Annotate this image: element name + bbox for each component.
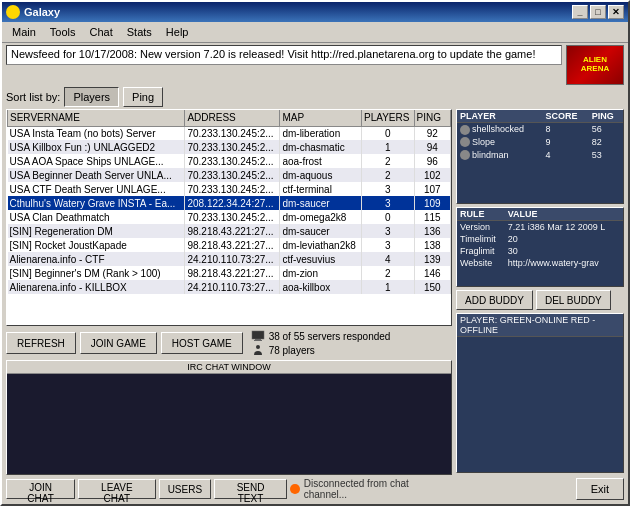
menu-tools[interactable]: Tools	[44, 24, 82, 40]
server-players-cell: 3	[362, 182, 414, 196]
close-button[interactable]: ✕	[608, 5, 624, 19]
server-map-cell: dm-leviathan2k8	[280, 238, 362, 252]
player-score-cell: 9	[542, 136, 588, 149]
sort-players-button[interactable]: Players	[64, 87, 119, 107]
table-row[interactable]: USA Beginner Death Server UNLA... 70.233…	[8, 168, 451, 182]
col-header-score: SCORE	[542, 110, 588, 123]
rule-value-cell: 30	[505, 245, 623, 257]
table-row[interactable]: Alienarena.info - KILLBOX 24.210.110.73:…	[8, 280, 451, 294]
server-name-cell: [SIN] Regeneration DM	[8, 224, 185, 238]
server-address-cell: 70.233.130.245:2...	[185, 126, 280, 140]
server-ping-cell: 115	[414, 210, 450, 224]
rules-table-body: Version 7.21 i386 Mar 12 2009 L Timelimi…	[457, 221, 623, 270]
menu-main[interactable]: Main	[6, 24, 42, 40]
server-name-cell: [SIN] Rocket JoustKapade	[8, 238, 185, 252]
add-buddy-button[interactable]: ADD BUDDY	[456, 290, 533, 310]
server-map-cell: dm-chasmatic	[280, 140, 362, 154]
left-panel: SERVERNAME ADDRESS MAP PLAYERS PING USA …	[6, 109, 452, 502]
table-row[interactable]: Alienarena.info - CTF 24.210.110.73:27..…	[8, 252, 451, 266]
player-ping-cell: 82	[589, 136, 623, 149]
table-row[interactable]: USA CTF Death Server UNLAGE... 70.233.13…	[8, 182, 451, 196]
sort-ping-button[interactable]: Ping	[123, 87, 163, 107]
server-players-cell: 0	[362, 210, 414, 224]
irc-window: IRC CHAT WINDOW	[6, 360, 452, 475]
table-row[interactable]: USA Clan Deathmatch 70.233.130.245:2... …	[8, 210, 451, 224]
server-address-cell: 70.233.130.245:2...	[185, 154, 280, 168]
rule-value-cell: 7.21 i386 Mar 12 2009 L	[505, 221, 623, 234]
server-players-cell: 1	[362, 140, 414, 154]
title-buttons: _ □ ✕	[572, 5, 624, 19]
menu-chat[interactable]: Chat	[84, 24, 119, 40]
menu-stats[interactable]: Stats	[121, 24, 158, 40]
buddy-actions: ADD BUDDY DEL BUDDY	[456, 290, 624, 310]
server-map-cell: dm-omega2k8	[280, 210, 362, 224]
list-item: Website http://www.watery-grav	[457, 257, 623, 269]
newsfeed-box: Newsfeed for 10/17/2008: New version 7.2…	[6, 45, 562, 65]
irc-content	[7, 374, 451, 474]
col-header-value: VALUE	[505, 208, 623, 221]
server-address-cell: 98.218.43.221:27...	[185, 266, 280, 280]
server-address-cell: 70.233.130.245:2...	[185, 182, 280, 196]
table-row[interactable]: USA Killbox Fun :) UNLAGGED2 70.233.130.…	[8, 140, 451, 154]
server-map-cell: dm-saucer	[280, 224, 362, 238]
player-ping-cell: 56	[589, 123, 623, 136]
server-players-cell: 0	[362, 126, 414, 140]
server-address-cell: 24.210.110.73:27...	[185, 252, 280, 266]
rule-name-cell: Timelimit	[457, 233, 505, 245]
server-map-cell: ctf-vesuvius	[280, 252, 362, 266]
server-players-cell: 3	[362, 196, 414, 210]
users-button[interactable]: USERS	[159, 479, 211, 499]
server-map-cell: ctf-terminal	[280, 182, 362, 196]
server-name-cell: USA Clan Deathmatch	[8, 210, 185, 224]
servers-responded-text: 38 of 55 servers responded	[269, 331, 391, 342]
table-row[interactable]: [SIN] Rocket JoustKapade 98.218.43.221:2…	[8, 238, 451, 252]
table-row[interactable]: USA Insta Team (no bots) Server 70.233.1…	[8, 126, 451, 140]
server-list-scroll[interactable]: SERVERNAME ADDRESS MAP PLAYERS PING USA …	[7, 110, 451, 325]
list-item: Fraglimit 30	[457, 245, 623, 257]
rule-value-cell: http://www.watery-grav	[505, 257, 623, 269]
main-window: Galaxy _ □ ✕ Main Tools Chat Stats Help …	[0, 0, 630, 506]
window-title: Galaxy	[24, 6, 60, 18]
table-row[interactable]: USA AOA Space Ships UNLAGE... 70.233.130…	[8, 154, 451, 168]
server-ping-cell: 146	[414, 266, 450, 280]
del-buddy-button[interactable]: DEL BUDDY	[536, 290, 611, 310]
col-header-map: MAP	[280, 110, 362, 126]
menu-bar: Main Tools Chat Stats Help	[2, 22, 628, 43]
server-map-cell: aoa-frost	[280, 154, 362, 168]
join-chat-button[interactable]: JOIN CHAT	[6, 479, 75, 499]
server-map-cell: dm-saucer	[280, 196, 362, 210]
server-name-cell: Alienarena.info - KILLBOX	[8, 280, 185, 294]
table-row[interactable]: [SIN] Regeneration DM 98.218.43.221:27..…	[8, 224, 451, 238]
player-ping-cell: 53	[589, 149, 623, 162]
server-players-cell: 2	[362, 266, 414, 280]
minimize-button[interactable]: _	[572, 5, 588, 19]
server-map-cell: dm-zion	[280, 266, 362, 280]
maximize-button[interactable]: □	[590, 5, 606, 19]
server-name-cell: USA Insta Team (no bots) Server	[8, 126, 185, 140]
server-ping-cell: 138	[414, 238, 450, 252]
list-item: Slope 9 82	[457, 136, 623, 149]
exit-button[interactable]: Exit	[576, 478, 624, 500]
title-bar-left: Galaxy	[6, 5, 60, 19]
host-game-button[interactable]: HOST GAME	[161, 332, 243, 354]
sort-bar: Sort list by: Players Ping	[2, 85, 628, 109]
join-game-button[interactable]: JOIN GAME	[80, 332, 157, 354]
col-header-ping: PING	[414, 110, 450, 126]
table-row[interactable]: [SIN] Beginner's DM (Rank > 100) 98.218.…	[8, 266, 451, 280]
table-row[interactable]: Cthulhu's Watery Grave INSTA - Ea... 208…	[8, 196, 451, 210]
server-ping-cell: 136	[414, 224, 450, 238]
leave-chat-button[interactable]: LEAVE CHAT	[78, 479, 156, 499]
rules-table: RULE VALUE Version 7.21 i386 Mar 12 2009…	[457, 208, 623, 269]
send-text-button[interactable]: SEND TEXT	[214, 479, 287, 499]
player-name-cell: blindman	[457, 149, 542, 162]
list-item: shellshocked 8 56	[457, 123, 623, 136]
title-bar: Galaxy _ □ ✕	[2, 2, 628, 22]
server-name-cell: USA Killbox Fun :) UNLAGGED2	[8, 140, 185, 154]
rule-value-cell: 20	[505, 233, 623, 245]
list-item: Timelimit 20	[457, 233, 623, 245]
header-row: Newsfeed for 10/17/2008: New version 7.2…	[2, 43, 628, 85]
server-map-cell: dm-aquous	[280, 168, 362, 182]
server-players-cell: 3	[362, 238, 414, 252]
menu-help[interactable]: Help	[160, 24, 195, 40]
refresh-button[interactable]: REFRESH	[6, 332, 76, 354]
